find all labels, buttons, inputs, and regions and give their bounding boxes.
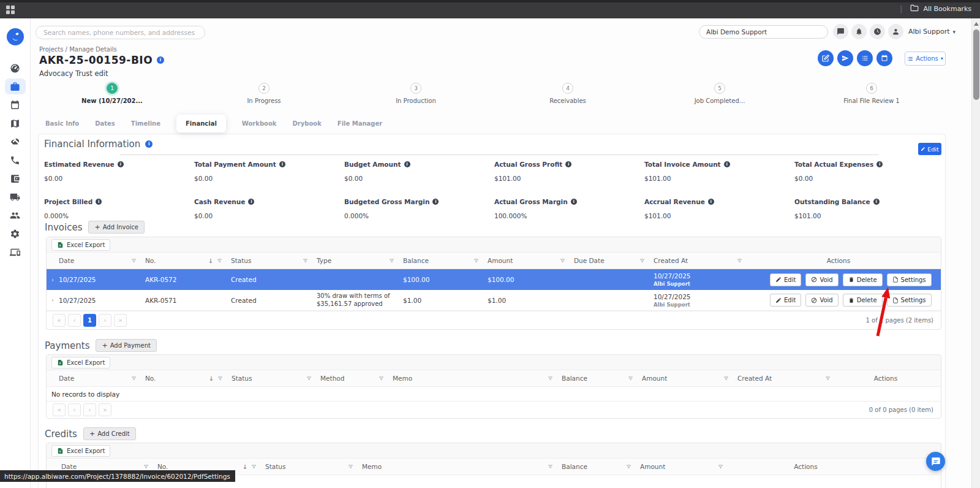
tab-workbook[interactable]: Workbook [242,120,277,127]
add-payment-button[interactable]: Add Payment [96,339,157,352]
filter-icon[interactable] [131,376,137,381]
field-info-icon[interactable] [118,161,124,167]
search-input[interactable] [36,26,205,39]
filter-icon[interactable] [737,258,742,264]
field-info-icon[interactable] [571,199,577,205]
history-button[interactable] [870,24,885,39]
invoice-row-selected[interactable]: › 10/27/2025 AKR-0572 Created $100.00 $1… [47,269,941,290]
pagination-first-button[interactable] [53,314,66,327]
pagination-last-button[interactable] [99,403,111,416]
filter-icon[interactable] [628,376,633,381]
actions-dropdown-button[interactable]: Actions [905,51,946,66]
scrollbar-thumb[interactable] [973,29,979,100]
schedule-button[interactable] [876,50,892,66]
pagination-next-button[interactable] [99,314,111,327]
expand-chevron-icon[interactable]: › [47,276,59,283]
filter-icon[interactable] [303,258,308,264]
filter-icon[interactable] [217,376,223,381]
invoice-edit-button[interactable]: Edit [770,273,801,286]
filter-icon[interactable] [306,376,312,381]
financial-edit-button[interactable]: Edit [918,143,941,155]
filter-icon[interactable] [548,376,553,381]
tab-basic-info[interactable]: Basic Info [45,120,79,127]
invoice-settings-button[interactable]: Settings [887,294,932,307]
title-info-icon[interactable] [157,56,164,64]
add-invoice-button[interactable]: Add Invoice [88,221,145,234]
filter-icon[interactable] [217,258,222,264]
sidebar-item-devices[interactable] [5,244,26,260]
field-info-icon[interactable] [404,161,410,167]
sidebar-item-calendar[interactable] [5,97,26,113]
field-info-icon[interactable] [876,161,883,167]
field-info-icon[interactable] [724,161,730,167]
pagination-last-button[interactable] [114,314,127,327]
sidebar-item-settings[interactable] [5,226,26,242]
filter-icon[interactable] [143,464,149,470]
tab-financial[interactable]: Financial [176,115,226,132]
sort-desc-icon[interactable]: ↓ [209,375,214,382]
filter-icon[interactable] [379,376,384,381]
albi-logo[interactable] [7,28,24,45]
filter-icon[interactable] [348,464,353,470]
filter-icon[interactable] [473,258,479,264]
field-info-icon[interactable] [565,161,571,167]
pagination-page-1[interactable]: 1 [83,314,96,327]
sidebar-item-dashboard[interactable] [5,60,26,76]
filter-icon[interactable] [639,258,645,264]
sort-desc-icon[interactable]: ↓ [208,257,213,264]
scrollbar-up-arrow[interactable] [974,22,979,26]
credits-excel-export-button[interactable]: Excel Export [51,445,110,457]
tab-drybook[interactable]: Drybook [293,120,322,127]
step-job-completed[interactable]: 5 Job Completed... [658,83,781,104]
field-info-icon[interactable] [279,161,285,167]
user-avatar[interactable] [888,24,903,39]
filter-icon[interactable] [825,376,831,381]
sidebar-item-equipment[interactable] [5,189,26,205]
filter-icon[interactable] [560,258,565,264]
apps-grid-icon[interactable] [6,6,15,14]
all-bookmarks-button[interactable]: | All Bookmarks [900,4,971,13]
step-new[interactable]: 1 New (10/27/202... [51,83,173,104]
pagination-prev-button[interactable] [68,403,81,416]
invoice-void-button[interactable]: Void [805,294,838,307]
invoices-excel-export-button[interactable]: Excel Export [51,239,110,251]
edit-project-button[interactable] [818,50,834,66]
user-menu[interactable]: Albi Support [908,28,956,36]
sort-desc-icon[interactable]: ↓ [243,463,247,470]
sidebar-item-team[interactable] [5,207,26,223]
filter-icon[interactable] [548,464,553,470]
filter-icon[interactable] [723,376,729,381]
tasks-button[interactable] [857,50,873,66]
notifications-button[interactable] [851,24,867,39]
tab-timeline[interactable]: Timeline [131,120,160,127]
sidebar-item-map[interactable] [5,115,26,131]
chat-launcher-button[interactable] [926,452,945,471]
filter-icon[interactable] [251,464,257,470]
sidebar-item-finance[interactable] [5,170,26,186]
invoice-delete-button[interactable]: Delete [843,273,883,286]
filter-icon[interactable] [389,258,394,264]
step-in-production[interactable]: 3 In Production [355,83,477,104]
add-credit-button[interactable]: Add Credit [83,427,136,440]
filter-icon[interactable] [626,464,631,470]
chat-button[interactable] [833,24,848,39]
pagination-next-button[interactable] [83,403,96,416]
location-input[interactable] [699,25,828,39]
invoice-row[interactable]: › 10/27/2025 AKR-0571 Created 30% draw w… [47,290,941,311]
filter-icon[interactable] [718,464,723,470]
sidebar-item-phone[interactable] [5,152,26,168]
tab-dates[interactable]: Dates [95,120,115,127]
payments-excel-export-button[interactable]: Excel Export [51,357,110,368]
send-button[interactable] [837,50,853,66]
sidebar-item-sales[interactable] [5,134,26,150]
tab-file-manager[interactable]: File Manager [337,120,382,127]
step-in-progress[interactable]: 2 In Progress [203,83,325,104]
invoice-settings-button[interactable]: Settings [887,273,932,286]
invoice-edit-button[interactable]: Edit [770,294,801,307]
field-info-icon[interactable] [708,199,714,205]
invoice-void-button[interactable]: Void [805,273,838,286]
sidebar-item-projects[interactable] [5,78,26,94]
pagination-prev-button[interactable] [68,314,81,327]
filter-icon[interactable] [131,258,137,264]
field-info-icon[interactable] [873,199,880,205]
